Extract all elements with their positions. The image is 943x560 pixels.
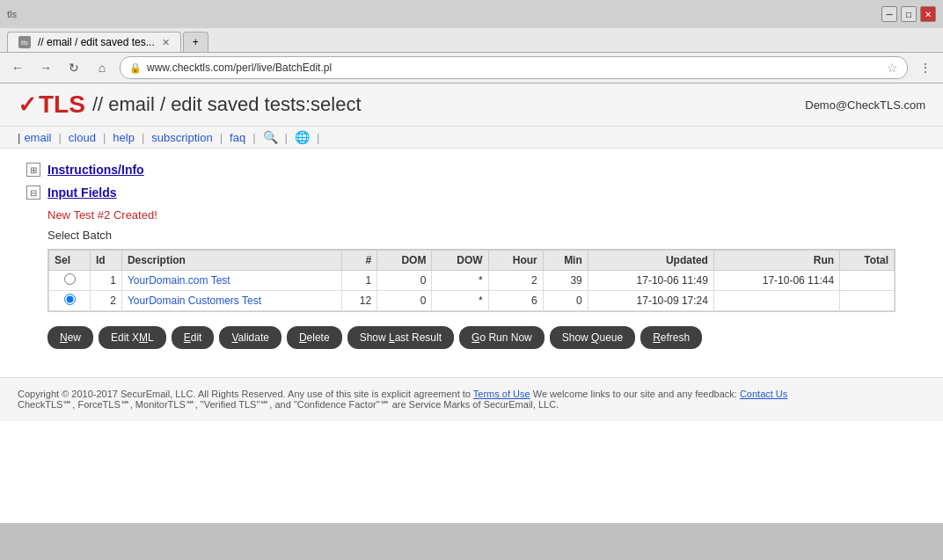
address-bar: ← → ↻ ⌂ 🔒 www.checktls.com/perl/live/Bat… [0,52,943,83]
id-cell: 1 [91,271,122,291]
hour-cell: 6 [488,291,543,311]
col-description: Description [121,251,341,271]
logo-area: ✓ TLS // email / edit saved tests:select [18,91,362,119]
col-sel: Sel [49,251,91,271]
nav-subscription[interactable]: subscription [151,131,212,144]
description-cell: YourDomain Customers Test [121,291,341,311]
nav-sep-5: | [252,131,255,144]
nav-sep-6: | [285,131,288,144]
col-id: Id [91,251,122,271]
lock-icon: 🔒 [129,62,142,74]
home-button[interactable]: ⌂ [91,57,113,78]
new-test-message: New Test #2 Created! [48,208,917,222]
back-button[interactable]: ← [7,57,28,78]
refresh-button[interactable]: Refresh [640,326,702,349]
nav-help[interactable]: help [113,131,135,144]
batch-table: Sel Id Description # DOM DOW Hour Min Up… [48,250,895,311]
nav-cloud[interactable]: cloud [69,131,96,144]
terms-of-use-link[interactable]: Terms of Use [473,389,530,399]
sel-cell[interactable] [49,291,91,311]
delete-button[interactable]: Delete [287,326,342,349]
contact-us-link[interactable]: Contact Us [740,389,787,399]
updated-cell: 17-10-06 11:49 [588,271,713,291]
minimize-button[interactable]: ─ [881,6,897,22]
instructions-section-title[interactable]: Instructions/Info [48,163,144,177]
input-fields-section-title[interactable]: Input Fields [48,185,117,200]
search-icon[interactable]: 🔍 [263,130,278,144]
hour-cell: 2 [488,271,543,291]
footer: Copyright © 2010-2017 SecurEmail, LLC. A… [0,377,943,421]
title-bar-left: tls [7,9,17,19]
total-cell [840,291,895,311]
forward-button[interactable]: → [35,57,56,78]
input-fields-expand-icon[interactable]: ⊟ [26,185,40,200]
nav-faq[interactable]: faq [230,131,245,144]
validate-button[interactable]: Validate [219,326,281,349]
dom-cell: 0 [377,271,432,291]
sel-radio[interactable] [64,294,76,305]
instructions-expand-icon[interactable]: ⊞ [26,163,40,177]
checkmark-icon: ✓ [18,91,37,119]
description-cell: YourDomain.com Test [121,271,341,291]
table-header-row: Sel Id Description # DOM DOW Hour Min Up… [49,251,895,271]
url-box[interactable]: 🔒 www.checktls.com/perl/live/BatchEdit.p… [120,56,908,79]
show-queue-button[interactable]: Show Queue [550,326,635,349]
tab-close-button[interactable]: ✕ [162,37,170,48]
window-controls: ─ □ ✕ [881,6,936,22]
dom-cell: 0 [377,291,432,311]
sel-radio[interactable] [64,273,76,285]
url-text: www.checktls.com/perl/live/BatchEdit.pl [147,62,332,74]
min-cell: 0 [543,291,588,311]
maximize-button[interactable]: □ [901,6,917,22]
table-row[interactable]: 2 YourDomain Customers Test 12 0 * 6 0 1… [49,291,895,311]
id-cell: 2 [91,291,122,311]
new-button[interactable]: New [48,326,93,349]
logo: ✓ TLS [18,91,85,119]
globe-icon[interactable]: 🌐 [295,130,310,144]
dow-cell: * [432,291,488,311]
num-cell: 1 [342,271,377,291]
browser-chrome: tls ─ □ ✕ tls // email / edit saved tes.… [0,0,943,84]
logo-text: TLS [39,91,85,119]
nav-bar: | email | cloud | help | subscription | … [0,127,943,149]
tab-favicon: tls [18,36,31,48]
total-cell [840,271,895,291]
bookmark-icon[interactable]: ☆ [887,61,898,75]
input-fields-section-header[interactable]: ⊟ Input Fields [26,185,917,200]
active-tab[interactable]: tls // email / edit saved tes... ✕ [7,32,181,52]
instructions-section-header[interactable]: ⊞ Instructions/Info [26,163,917,177]
table-row[interactable]: 1 YourDomain.com Test 1 0 * 2 39 17-10-0… [49,271,895,291]
tab-label: // email / edit saved tes... [38,36,155,48]
nav-sep-3: | [142,131,144,144]
edit-xml-button[interactable]: Edit XML [99,326,166,349]
run-cell [713,291,839,311]
footer-marks: CheckTLS℠, ForceTLS℠, MonitorTLS℠, "Veri… [18,399,559,410]
batch-table-container: Sel Id Description # DOM DOW Hour Min Up… [48,249,895,312]
page-title: // email / edit saved tests:select [92,93,362,116]
nav-sep-7: | [317,131,319,144]
nav-email[interactable]: email [24,131,51,144]
browser-logo: tls [7,9,17,19]
close-button[interactable]: ✕ [920,6,936,22]
col-dom: DOM [377,251,432,271]
user-email: Demo@CheckTLS.com [805,98,925,112]
select-batch-label: Select Batch [48,229,917,242]
reload-button[interactable]: ↻ [63,57,84,78]
footer-welcome: We welcome links to our site and any fee… [533,389,737,399]
run-cell: 17-10-06 11:44 [713,271,839,291]
col-num: # [342,251,377,271]
nav-sep-2: | [103,131,106,144]
nav-sep-4: | [220,131,223,144]
page-content: ✓ TLS // email / edit saved tests:select… [0,84,943,523]
new-tab-button[interactable]: + [183,32,208,52]
nav-sep-1: | [58,131,61,144]
col-dow: DOW [432,251,488,271]
col-total: Total [840,251,895,271]
content-area: ⊞ Instructions/Info ⊟ Input Fields New T… [0,149,943,377]
browser-menu-button[interactable]: ⋮ [915,57,936,78]
show-last-result-button[interactable]: Show Last Result [347,326,454,349]
go-run-now-button[interactable]: Go Run Now [459,326,545,349]
sel-cell[interactable] [49,271,91,291]
col-min: Min [543,251,588,271]
edit-button[interactable]: Edit [172,326,215,349]
